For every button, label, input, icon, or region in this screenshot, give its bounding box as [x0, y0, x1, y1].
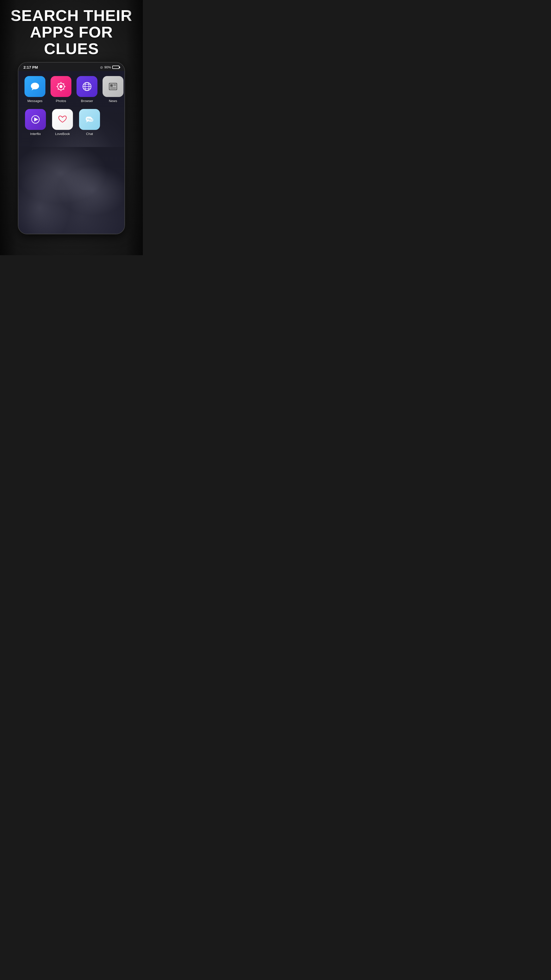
lovebook-icon — [57, 114, 68, 125]
app-icon-browser — [76, 76, 97, 97]
app-item-browser[interactable]: Browser — [76, 76, 97, 103]
svg-line-8 — [58, 84, 59, 84]
browser-icon — [81, 81, 93, 92]
app-label-browser: Browser — [81, 99, 93, 103]
svg-marker-26 — [86, 121, 89, 123]
chat-icon — [84, 114, 95, 125]
status-right: ⊘ 90% — [100, 65, 119, 69]
phone-frame: 2:17 PM ⊘ 90% — [18, 62, 125, 234]
app-item-chat[interactable]: Chat — [79, 109, 100, 136]
app-label-messages: Messages — [27, 99, 42, 103]
app-icon-interflix — [25, 109, 46, 130]
svg-point-33 — [90, 119, 91, 119]
app-icon-chat — [79, 109, 100, 130]
headline-line1: SEARCH THEIR — [11, 6, 132, 24]
app-row-2: Interflix LoveBook — [24, 109, 118, 136]
headline-line2: APPS FOR CLUES — [30, 23, 113, 57]
smoke-bottom-bg — [18, 147, 124, 234]
smoke-bottom-area — [18, 147, 124, 234]
app-item-lovebook[interactable]: LoveBook — [52, 109, 73, 136]
app-grid: Messages — [18, 71, 124, 147]
svg-line-9 — [63, 89, 64, 89]
no-signal-icon: ⊘ — [100, 65, 103, 69]
app-icon-news — [103, 76, 124, 97]
svg-marker-1 — [32, 88, 35, 90]
interflix-icon — [30, 114, 41, 125]
svg-point-0 — [31, 83, 39, 89]
app-item-interflix[interactable]: Interflix — [24, 109, 46, 136]
battery-bar — [112, 65, 119, 69]
messages-icon — [29, 81, 41, 92]
app-icon-photos — [51, 76, 71, 97]
app-label-news: News — [109, 99, 118, 103]
app-label-chat: Chat — [86, 132, 93, 136]
svg-point-32 — [89, 119, 89, 119]
svg-marker-24 — [34, 118, 38, 121]
photos-icon — [55, 81, 67, 92]
news-icon — [107, 81, 119, 92]
svg-point-30 — [92, 120, 92, 121]
status-time: 2:17 PM — [24, 65, 38, 69]
headline-section: SEARCH THEIR APPS FOR CLUES — [0, 0, 143, 62]
svg-point-31 — [87, 119, 88, 119]
svg-point-3 — [59, 85, 62, 88]
svg-line-10 — [63, 84, 64, 84]
app-icon-messages — [24, 76, 45, 97]
app-icon-lovebook — [52, 109, 73, 130]
app-item-photos[interactable]: Photos — [51, 76, 71, 103]
page-wrapper: SEARCH THEIR APPS FOR CLUES 2:17 PM ⊘ 90… — [0, 0, 143, 255]
battery-icon — [112, 65, 119, 69]
app-label-lovebook: LoveBook — [55, 132, 70, 136]
svg-point-28 — [89, 120, 90, 121]
phone-screen: Messages — [18, 71, 124, 234]
battery-percent: 90% — [104, 65, 111, 69]
svg-point-29 — [90, 120, 91, 121]
headline-text: SEARCH THEIR APPS FOR CLUES — [8, 7, 135, 57]
app-row-1: Messages — [24, 76, 118, 103]
status-bar: 2:17 PM ⊘ 90% — [18, 62, 124, 71]
svg-rect-18 — [110, 84, 113, 87]
svg-line-11 — [58, 89, 59, 89]
app-item-news[interactable]: News — [103, 76, 124, 103]
app-item-messages[interactable]: Messages — [24, 76, 45, 103]
app-label-photos: Photos — [56, 99, 66, 103]
app-label-interflix: Interflix — [30, 132, 41, 136]
